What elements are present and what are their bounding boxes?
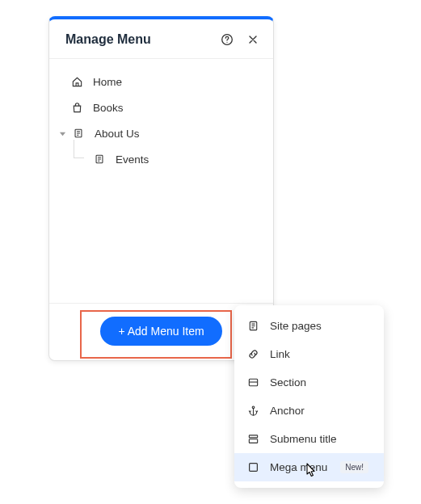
panel-title: Manage Menu xyxy=(65,32,151,47)
menu-tree: Home Books About Us xyxy=(49,59,273,303)
flyout-option-link[interactable]: Link xyxy=(234,340,384,368)
flyout-option-site-pages[interactable]: Site pages xyxy=(234,312,384,340)
page-icon xyxy=(246,320,260,332)
flyout-label: Link xyxy=(270,348,290,360)
menu-item-home[interactable]: Home xyxy=(54,69,268,94)
flyout-label: Site pages xyxy=(270,320,322,332)
menu-item-label: Home xyxy=(93,76,122,88)
flyout-label: Anchor xyxy=(270,405,305,417)
menu-item-events[interactable]: Events xyxy=(54,146,268,172)
link-icon xyxy=(246,348,260,360)
flyout-label: Submenu title xyxy=(270,433,337,445)
bag-icon xyxy=(69,102,85,114)
tree-connector xyxy=(74,140,84,158)
flyout-option-mega-menu[interactable]: Mega menu New! xyxy=(234,453,384,481)
chevron-down-icon[interactable] xyxy=(59,130,69,137)
menu-item-label: About Us xyxy=(95,128,140,140)
flyout-option-submenu[interactable]: Submenu title xyxy=(234,425,384,453)
page-icon xyxy=(91,153,107,165)
panel-header-actions xyxy=(220,32,260,47)
new-badge: New! xyxy=(340,461,368,473)
submenu-icon xyxy=(246,433,260,445)
svg-point-1 xyxy=(226,42,227,43)
svg-rect-9 xyxy=(249,464,257,472)
section-icon xyxy=(246,376,260,388)
flyout-option-section[interactable]: Section xyxy=(234,368,384,397)
panel-header: Manage Menu xyxy=(49,19,273,59)
anchor-icon xyxy=(246,405,260,417)
menu-item-books[interactable]: Books xyxy=(54,94,268,120)
svg-rect-8 xyxy=(249,439,257,443)
flyout-label: Section xyxy=(270,376,306,388)
flyout-label: Mega menu xyxy=(270,461,327,473)
help-icon[interactable] xyxy=(220,32,234,47)
menu-item-about[interactable]: About Us xyxy=(54,120,268,146)
mega-menu-icon xyxy=(246,461,260,473)
menu-item-label: Events xyxy=(116,153,149,166)
home-icon xyxy=(69,76,85,88)
page-icon xyxy=(70,128,86,139)
menu-item-label: Books xyxy=(93,102,124,114)
add-menu-item-flyout: Site pages Link Section xyxy=(234,305,384,488)
add-menu-item-button[interactable]: + Add Menu Item xyxy=(100,317,221,346)
svg-rect-7 xyxy=(249,435,257,438)
close-icon[interactable] xyxy=(246,32,260,47)
flyout-option-anchor[interactable]: Anchor xyxy=(234,397,384,425)
